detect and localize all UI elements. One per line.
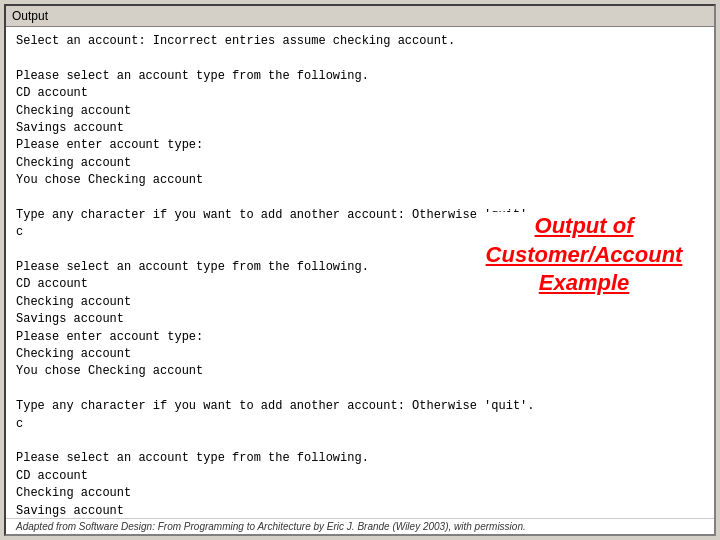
output-panel: Output Select an account: Incorrect entr…	[4, 4, 716, 536]
outer-container: Output Select an account: Incorrect entr…	[0, 0, 720, 540]
footer-bar: Adapted from Software Design: From Progr…	[6, 518, 714, 534]
annotation-box: Output of Customer/Account Example	[484, 212, 684, 298]
output-content: Select an account: Incorrect entries ass…	[6, 27, 714, 518]
footer-text: Adapted from Software Design: From Progr…	[16, 521, 526, 532]
panel-title: Output	[6, 6, 714, 27]
annotation-text: Output of Customer/Account Example	[484, 212, 684, 298]
